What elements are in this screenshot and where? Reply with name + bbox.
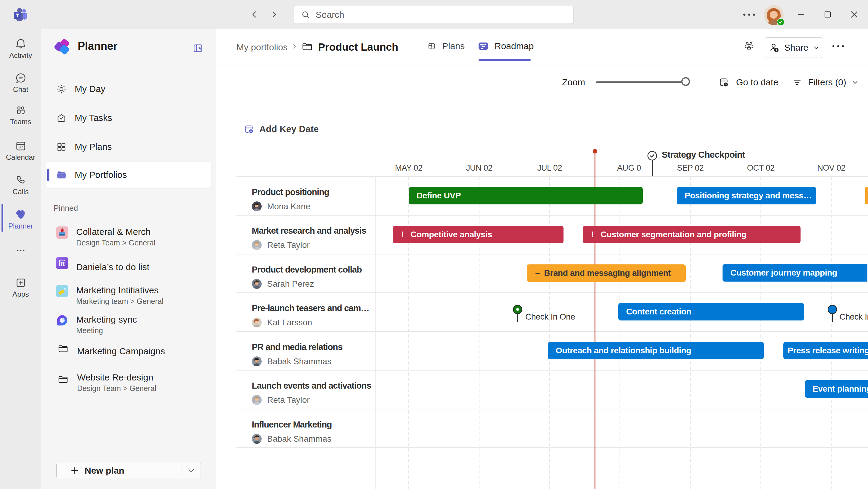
members-icon[interactable]: [743, 41, 755, 51]
header-more-button[interactable]: [833, 45, 844, 47]
bar-label: Positioning strategy and mess…: [685, 191, 812, 200]
pinned-plan-title: Marketing Intitiatives: [76, 285, 163, 296]
search-placeholder: Search: [316, 10, 344, 20]
label-column-divider: [375, 176, 376, 489]
titlebar-more-button[interactable]: [743, 13, 755, 16]
row-separator: [237, 448, 868, 448]
task-bar[interactable]: !Customer segmentation and profiling: [583, 226, 801, 243]
pin-label: Check In: [839, 312, 868, 322]
search-input[interactable]: Search: [293, 6, 574, 24]
more-icon: [0, 244, 41, 257]
sidebar-item-my-tasks[interactable]: My Tasks: [46, 105, 211, 131]
sidebar-plan-danielas-to-do-list[interactable]: Daniela’s to do list: [46, 257, 211, 272]
sidebar-item-my-plans[interactable]: My Plans: [46, 134, 211, 160]
rail-item-planner[interactable]: Planner: [0, 208, 41, 230]
task-bar[interactable]: Define UVP: [409, 187, 643, 204]
roadmap-icon: [478, 42, 488, 50]
task-bar[interactable]: [865, 187, 868, 204]
board-icon: [428, 42, 435, 50]
breadcrumb-my-portfolios[interactable]: My portfolios: [237, 42, 288, 53]
sidebar-plan-marketing-intitiatives[interactable]: Marketing Intitiatives Marketing team > …: [46, 285, 211, 306]
important-icon: !: [401, 230, 404, 239]
task-bar[interactable]: Customer journey mapping: [722, 264, 867, 282]
today-dot: [593, 149, 597, 153]
pinned-plan-subtitle: Design Team > General: [76, 238, 155, 248]
task-check-icon: [56, 112, 67, 123]
apps-icon: [0, 276, 41, 289]
row-title[interactable]: Market research and analysis: [252, 226, 372, 236]
go-to-date-button[interactable]: Go to date: [719, 77, 778, 87]
zoom-slider[interactable]: [596, 81, 690, 83]
main-content: My portfolios Product Launch Plans Roadm…: [216, 29, 868, 489]
month-gridline: [831, 177, 832, 489]
rail-item-calendar[interactable]: Calendar: [0, 139, 41, 162]
close-button[interactable]: [847, 8, 861, 21]
rail-item-teams[interactable]: Teams: [0, 104, 41, 126]
sidebar-plan-marketing-campaigns[interactable]: Marketing Campaigns: [46, 343, 211, 357]
pinned-section-label: Pinned: [54, 203, 78, 213]
milestone-check-icon[interactable]: [647, 151, 657, 161]
month-gridline: [761, 177, 761, 489]
milestone-pin-green[interactable]: Check In One: [513, 305, 523, 316]
rail-item-activity[interactable]: Activity: [0, 37, 41, 60]
assignee-name: Sarah Perez: [267, 279, 314, 289]
milestone-stick: [652, 161, 653, 176]
pin-stick: [517, 314, 518, 322]
task-bar[interactable]: Content creation: [618, 303, 804, 320]
back-button[interactable]: [249, 9, 260, 20]
sidebar-plan-marketing-sync[interactable]: Marketing sync Meeting: [46, 314, 211, 335]
sidebar-item-my-day[interactable]: My Day: [46, 76, 211, 102]
status-available-icon: [777, 18, 784, 26]
task-bar[interactable]: –Brand and messaging alignment: [527, 264, 686, 282]
row-separator: [237, 292, 868, 293]
assignee-name: Babak Shammas: [267, 434, 331, 444]
task-bar[interactable]: Event planning: [805, 380, 868, 398]
sidebar-plan-website-re-design[interactable]: Website Re-design Design Team > General: [46, 372, 211, 393]
sidebar-item-my-portfolios[interactable]: My Portfolios: [46, 162, 211, 188]
assignee-name: Reta Taylor: [267, 395, 310, 405]
new-plan-chevron-button[interactable]: [182, 467, 200, 474]
rail-item-more[interactable]: [0, 244, 41, 257]
rail-item-calls[interactable]: Calls: [0, 174, 41, 196]
maximize-button[interactable]: [821, 8, 834, 21]
tab-roadmap[interactable]: Roadmap: [478, 41, 534, 51]
content-header: My portfolios Product Launch Plans Roadm…: [216, 29, 868, 65]
row-title[interactable]: PR and media relations: [252, 342, 372, 352]
task-bar[interactable]: Positioning strategy and mess…: [677, 187, 816, 204]
task-bar[interactable]: Press release writing: [783, 342, 868, 359]
row-title[interactable]: Influencer Marketing: [252, 420, 372, 430]
month-gridline: [479, 177, 479, 489]
breadcrumb-chevron-icon: [291, 43, 297, 50]
rail-item-chat[interactable]: Chat: [0, 71, 41, 94]
task-bar[interactable]: !Competitive analysis: [393, 226, 563, 243]
month-label: AUG 0: [617, 164, 641, 173]
rail-item-apps[interactable]: Apps: [0, 276, 41, 298]
pinned-plan-subtitle: Design Team > General: [77, 383, 156, 393]
new-plan-button[interactable]: New plan: [56, 463, 201, 478]
today-line: [594, 149, 595, 489]
task-bar[interactable]: Outreach and relationship building: [548, 342, 764, 359]
collapse-sidebar-icon[interactable]: [193, 43, 203, 53]
minimize-button[interactable]: [795, 8, 808, 21]
user-avatar[interactable]: [764, 5, 784, 25]
sidebar-plan-collateral-merch[interactable]: Collateral & Merch Design Team > General: [46, 226, 211, 248]
assignee-name: Reta Taylor: [267, 240, 310, 250]
row-title[interactable]: Launch events and activations: [252, 381, 372, 391]
zoom-slider-handle[interactable]: [681, 77, 690, 86]
row-label: Pre-launch teasers and cam… Kat Larsson: [252, 303, 372, 327]
row-label: Launch events and activations Reta Taylo…: [252, 381, 372, 405]
bell-icon: [0, 37, 41, 51]
row-title[interactable]: Product positioning: [252, 187, 372, 197]
add-key-date-button[interactable]: Add Key Date: [244, 124, 319, 134]
row-title[interactable]: Pre-launch teasers and cam…: [252, 303, 372, 313]
milestone-label[interactable]: Strategy Checkpoint: [662, 149, 747, 160]
planner-icon: [0, 208, 41, 221]
tab-plans[interactable]: Plans: [428, 41, 465, 51]
filters-button[interactable]: Filters (0): [793, 77, 859, 87]
month-gridline: [549, 177, 550, 489]
milestone-pin-blue[interactable]: Check In: [827, 305, 837, 316]
row-label: PR and media relations Babak Shammas: [252, 342, 372, 366]
share-button[interactable]: Share: [765, 37, 823, 58]
row-title[interactable]: Product development collab: [252, 265, 372, 275]
forward-button[interactable]: [269, 9, 279, 20]
